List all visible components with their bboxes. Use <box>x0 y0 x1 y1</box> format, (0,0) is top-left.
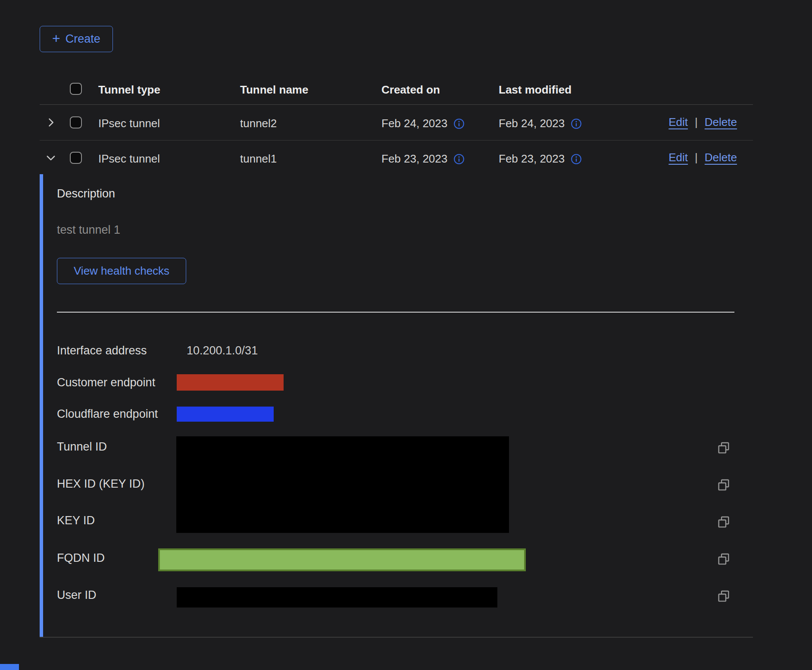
last-modified-date: Feb 24, 2023 <box>499 117 565 130</box>
action-separator: | <box>695 151 698 164</box>
copy-user-id-button[interactable] <box>716 589 731 604</box>
copy-fqdn-id-button[interactable] <box>716 552 731 567</box>
fqdn-id-redacted-value <box>158 548 526 571</box>
create-button[interactable]: + Create <box>40 26 113 52</box>
edit-link[interactable]: Edit <box>668 151 688 164</box>
info-icon[interactable] <box>571 118 582 129</box>
info-icon[interactable] <box>453 153 465 165</box>
tunnel-id-label: Tunnel ID <box>57 440 107 454</box>
tunnel-type-cell: IPsec tunnel <box>98 117 160 130</box>
column-header-tunnel-name: Tunnel name <box>240 83 308 97</box>
column-header-tunnel-type: Tunnel type <box>98 83 160 97</box>
customer-endpoint-redacted-value <box>177 374 284 391</box>
action-separator: | <box>695 116 698 129</box>
row-actions: Edit | Delete <box>668 151 737 164</box>
interface-address-value: 10.200.1.0/31 <box>187 344 258 357</box>
copy-icon <box>716 515 731 529</box>
chevron-right-icon[interactable] <box>45 116 57 128</box>
select-all-checkbox[interactable] <box>70 83 82 95</box>
select-row-checkbox[interactable] <box>70 152 82 164</box>
tunnels-table: Tunnel type Tunnel name Created on Last … <box>40 69 753 177</box>
copy-icon <box>716 478 731 492</box>
select-row-checkbox[interactable] <box>70 116 82 128</box>
bottom-edge-partial-element <box>0 664 19 670</box>
customer-endpoint-label: Customer endpoint <box>57 376 155 389</box>
copy-tunnel-id-button[interactable] <box>716 441 731 455</box>
tunnel-name-cell: tunnel2 <box>240 117 277 130</box>
created-on-date: Feb 23, 2023 <box>381 152 447 166</box>
last-modified-cell: Feb 24, 2023 <box>499 117 582 130</box>
chevron-down-icon[interactable] <box>45 152 57 164</box>
view-health-checks-button[interactable]: View health checks <box>57 258 186 284</box>
delete-link[interactable]: Delete <box>705 116 737 129</box>
key-id-label: KEY ID <box>57 514 95 527</box>
cloudflare-endpoint-redacted-value <box>177 407 274 422</box>
delete-link[interactable]: Delete <box>705 151 737 164</box>
tunnel-name-cell: tunnel1 <box>240 152 277 166</box>
expanded-row-accent-bar <box>40 174 43 637</box>
create-button-label: Create <box>66 32 100 46</box>
copy-key-id-button[interactable] <box>716 515 731 529</box>
plus-icon: + <box>52 31 60 45</box>
header-divider <box>40 104 753 105</box>
info-icon[interactable] <box>571 153 582 165</box>
ids-redacted-value <box>176 436 509 533</box>
panel-bottom-divider <box>40 637 753 638</box>
fqdn-id-label: FQDN ID <box>57 551 105 565</box>
created-on-cell: Feb 23, 2023 <box>381 152 465 166</box>
tunnel-type-cell: IPsec tunnel <box>98 152 160 166</box>
created-on-cell: Feb 24, 2023 <box>381 117 465 130</box>
hex-id-label: HEX ID (KEY ID) <box>57 477 145 491</box>
row-actions: Edit | Delete <box>668 116 737 129</box>
user-id-redacted-value <box>177 587 497 607</box>
created-on-date: Feb 24, 2023 <box>381 117 447 130</box>
description-value: test tunnel 1 <box>57 223 120 237</box>
cloudflare-endpoint-label: Cloudflare endpoint <box>57 407 158 421</box>
last-modified-date: Feb 23, 2023 <box>499 152 565 166</box>
copy-hex-id-button[interactable] <box>716 478 731 492</box>
last-modified-cell: Feb 23, 2023 <box>499 152 582 166</box>
interface-address-label: Interface address <box>57 344 147 357</box>
edit-link[interactable]: Edit <box>668 116 688 129</box>
copy-icon <box>716 552 731 567</box>
copy-icon <box>716 589 731 604</box>
row-divider <box>40 140 753 141</box>
details-divider <box>57 312 734 313</box>
copy-icon <box>716 441 731 455</box>
column-header-last-modified: Last modified <box>499 83 572 97</box>
description-heading: Description <box>57 187 115 200</box>
user-id-label: User ID <box>57 589 97 602</box>
column-header-created-on: Created on <box>381 83 440 97</box>
info-icon[interactable] <box>453 118 465 129</box>
